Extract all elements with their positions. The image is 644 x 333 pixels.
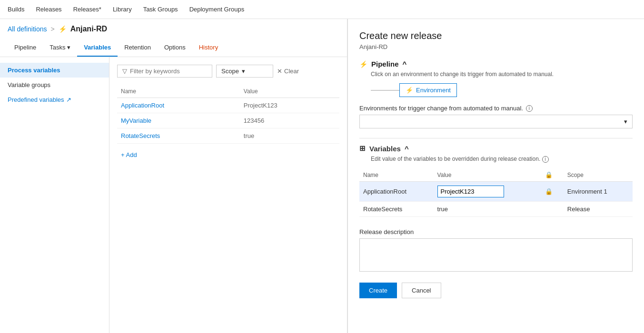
environment-button[interactable]: ⚡ Environment: [399, 83, 457, 97]
main-area: All definitions > ⚡ Anjani-RD Pipeline T…: [0, 19, 644, 333]
filter-icon: ▽: [122, 68, 127, 75]
pipeline-flow: ⚡ Environment: [359, 83, 633, 97]
variables-section: ⊞ Variables ^ Edit value of the variable…: [359, 144, 633, 217]
pipeline-label: Pipeline: [371, 60, 399, 68]
sidebar-process-variables[interactable]: Process variables: [0, 63, 109, 78]
rp-table-row-applicationroot: ApplicationRoot 🔒 Environment 1: [359, 182, 633, 202]
var-value-myvariable: 123456: [240, 113, 339, 128]
tab-retention[interactable]: Retention: [118, 39, 158, 57]
filter-input-wrapper: ▽: [117, 65, 212, 78]
rp-scope-rotatesecrets: Release: [564, 202, 633, 217]
page-title: Anjani-RD: [70, 25, 107, 33]
panel-subtitle: Anjani-RD: [359, 43, 633, 50]
rp-var-name-rotatesecrets: RotateSecrets: [359, 202, 434, 217]
panel-title: Create new release: [359, 30, 633, 41]
release-desc-label: Release description: [359, 228, 633, 235]
rp-col-value: Value: [434, 168, 542, 182]
rp-scope-applicationroot: Environment 1: [564, 182, 633, 202]
nav-releases[interactable]: Releases: [36, 6, 61, 13]
trigger-info-icon[interactable]: i: [526, 105, 533, 112]
page-icon: ⚡: [59, 25, 67, 33]
release-desc-textarea[interactable]: [359, 238, 633, 272]
col-name-header: Name: [117, 85, 240, 98]
scope-label: Scope: [221, 68, 239, 75]
nav-deployment-groups[interactable]: Deployment Groups: [189, 6, 245, 13]
sidebar-predefined-link[interactable]: Predefined variables ↗: [0, 92, 109, 107]
nav-library[interactable]: Library: [113, 6, 132, 13]
variables-desc: Edit value of the variables to be overri…: [359, 156, 633, 163]
rp-value-input-applicationroot[interactable]: [437, 186, 504, 197]
action-buttons: Create Cancel: [359, 283, 633, 298]
breadcrumb-separator: >: [51, 25, 55, 33]
rp-col-scope: Scope: [564, 168, 633, 182]
cancel-button[interactable]: Cancel: [402, 283, 441, 298]
create-button[interactable]: Create: [359, 283, 397, 298]
pipeline-line: [371, 90, 399, 91]
release-description-section: Release description: [359, 228, 633, 273]
clear-button[interactable]: ✕ Clear: [277, 68, 299, 75]
rp-var-name-applicationroot: ApplicationRoot: [359, 182, 434, 202]
clear-label: Clear: [284, 68, 299, 75]
tab-variables[interactable]: Variables: [77, 39, 118, 57]
rp-table-row-rotatesecrets: RotateSecrets true Release: [359, 202, 633, 217]
var-name-applicationroot[interactable]: ApplicationRoot: [117, 98, 240, 113]
tab-pipeline[interactable]: Pipeline: [8, 39, 43, 57]
pipeline-section-header[interactable]: ⚡ Pipeline ^: [359, 60, 633, 68]
external-link-icon: ↗: [66, 96, 71, 103]
rp-col-lock: 🔒: [541, 168, 564, 182]
pipeline-desc: Click on an environment to change its tr…: [359, 71, 633, 78]
section-divider: [359, 138, 633, 138]
rp-variables-table: Name Value 🔒 Scope ApplicationRoot: [359, 168, 633, 217]
trigger-dropdown-chevron: ▾: [624, 118, 627, 125]
tab-tasks[interactable]: Tasks ▾: [43, 39, 77, 57]
rp-var-value-rotatesecrets: true: [434, 202, 542, 217]
table-row: MyVariable 123456: [117, 113, 339, 128]
sub-tabs: Pipeline Tasks ▾ Variables Retention Opt…: [0, 39, 347, 57]
nav-builds[interactable]: Builds: [8, 6, 24, 13]
nav-releases-star[interactable]: Releases*: [73, 6, 101, 13]
tab-options[interactable]: Options: [158, 39, 192, 57]
rp-lock-applicationroot[interactable]: 🔒: [541, 182, 564, 202]
rp-var-value-applicationroot[interactable]: [434, 182, 542, 202]
var-name-rotatesecrets[interactable]: RotateSecrets: [117, 128, 240, 144]
var-value-rotatesecrets: true: [240, 128, 339, 144]
pipeline-section: ⚡ Pipeline ^ Click on an environment to …: [359, 60, 633, 128]
variables-section-header[interactable]: ⊞ Variables ^: [359, 144, 633, 153]
table-row: ApplicationRoot ProjectK123: [117, 98, 339, 113]
env-btn-label: Environment: [416, 87, 451, 94]
right-panel: Create new release Anjani-RD ⚡ Pipeline …: [347, 19, 644, 333]
filter-input[interactable]: [130, 68, 197, 75]
variables-grid-icon: ⊞: [359, 144, 366, 153]
rp-lock-rotatesecrets[interactable]: [541, 202, 564, 217]
lock-header-icon: 🔒: [545, 171, 553, 178]
env-trigger-label: Environments for trigger change from aut…: [359, 105, 633, 112]
variables-collapse-icon: ^: [405, 145, 409, 153]
scope-dropdown-icon: ▾: [242, 68, 245, 75]
top-navigation: Builds Releases Releases* Library Task G…: [0, 0, 644, 19]
rp-col-name: Name: [359, 168, 434, 182]
var-name-myvariable[interactable]: MyVariable: [117, 113, 240, 128]
lock-icon-applicationroot: 🔒: [545, 188, 553, 195]
scope-dropdown[interactable]: Scope ▾: [216, 65, 273, 78]
trigger-dropdown[interactable]: ▾: [359, 115, 633, 128]
pipeline-collapse-icon: ^: [403, 60, 407, 68]
variables-table-area: ▽ Scope ▾ ✕ Clear: [109, 57, 347, 333]
table-row: RotateSecrets true: [117, 128, 339, 144]
tasks-dropdown-icon: ▾: [67, 44, 70, 51]
tab-history[interactable]: History: [192, 39, 225, 57]
breadcrumb: All definitions > ⚡ Anjani-RD: [0, 19, 347, 39]
variables-section-label: Variables: [369, 145, 401, 153]
nav-task-groups[interactable]: Task Groups: [143, 6, 178, 13]
variables-table: Name Value ApplicationRoot ProjectK123 M…: [117, 85, 339, 144]
var-value-applicationroot: ProjectK123: [240, 98, 339, 113]
variables-sidebar: Process variables Variable groups Predef…: [0, 57, 109, 333]
sidebar-variable-groups[interactable]: Variable groups: [0, 78, 109, 92]
predefined-variables-link[interactable]: Predefined variables ↗: [8, 96, 101, 103]
all-definitions-link[interactable]: All definitions: [8, 25, 47, 33]
env-btn-icon: ⚡: [406, 87, 413, 94]
pipeline-icon: ⚡: [359, 60, 367, 68]
variables-info-icon[interactable]: i: [542, 156, 549, 163]
left-panel: All definitions > ⚡ Anjani-RD Pipeline T…: [0, 19, 347, 333]
add-variable-button[interactable]: + Add: [117, 147, 339, 162]
variables-content: Process variables Variable groups Predef…: [0, 57, 347, 333]
